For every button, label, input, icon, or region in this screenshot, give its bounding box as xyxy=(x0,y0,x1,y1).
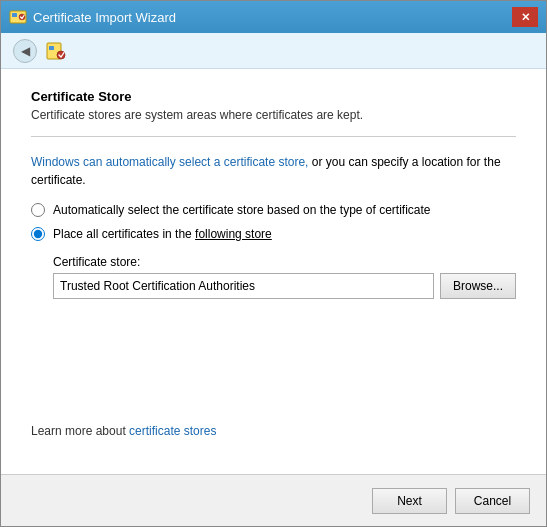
cert-store-label: Certificate store: xyxy=(53,255,516,269)
info-text-part1: Windows can automatically select a certi… xyxy=(31,155,312,169)
radio-place-label: Place all certificates in the following … xyxy=(53,227,272,241)
radio-group: Automatically select the certificate sto… xyxy=(31,203,516,299)
radio-place-input[interactable] xyxy=(31,227,45,241)
svg-rect-4 xyxy=(49,46,54,50)
learn-more-prefix: Learn more about xyxy=(31,424,129,438)
section-desc: Certificate stores are system areas wher… xyxy=(31,108,516,122)
next-button[interactable]: Next xyxy=(372,488,447,514)
radio-place-underline: following store xyxy=(195,227,272,241)
back-arrow-icon: ◀ xyxy=(21,44,30,58)
cert-store-input[interactable] xyxy=(53,273,434,299)
info-text: Windows can automatically select a certi… xyxy=(31,153,516,189)
radio-place-prefix: Place all certificates in the xyxy=(53,227,195,241)
cert-store-row: Browse... xyxy=(53,273,516,299)
title-bar-controls: ✕ xyxy=(512,7,538,27)
browse-button[interactable]: Browse... xyxy=(440,273,516,299)
back-button[interactable]: ◀ xyxy=(13,39,37,63)
radio-auto-input[interactable] xyxy=(31,203,45,217)
nav-cert-icon xyxy=(45,40,67,62)
title-bar-left: Certificate Import Wizard xyxy=(9,8,176,26)
main-content: Certificate Store Certificate stores are… xyxy=(1,69,546,474)
divider xyxy=(31,136,516,137)
wizard-window: Certificate Import Wizard ✕ ◀ Certificat… xyxy=(0,0,547,527)
window-title: Certificate Import Wizard xyxy=(33,10,176,25)
footer: Next Cancel xyxy=(1,474,546,526)
title-bar: Certificate Import Wizard ✕ xyxy=(1,1,546,33)
wizard-icon xyxy=(9,8,27,26)
close-button[interactable]: ✕ xyxy=(512,7,538,27)
learn-more: Learn more about certificate stores xyxy=(31,424,516,438)
nav-bar: ◀ xyxy=(1,33,546,69)
svg-rect-1 xyxy=(12,13,17,17)
radio-place-item[interactable]: Place all certificates in the following … xyxy=(31,227,516,241)
cancel-button[interactable]: Cancel xyxy=(455,488,530,514)
radio-auto-item[interactable]: Automatically select the certificate sto… xyxy=(31,203,516,217)
learn-more-link[interactable]: certificate stores xyxy=(129,424,216,438)
cert-store-group: Certificate store: Browse... xyxy=(53,255,516,299)
spacer xyxy=(31,313,516,424)
radio-auto-label: Automatically select the certificate sto… xyxy=(53,203,431,217)
section-title: Certificate Store xyxy=(31,89,516,104)
